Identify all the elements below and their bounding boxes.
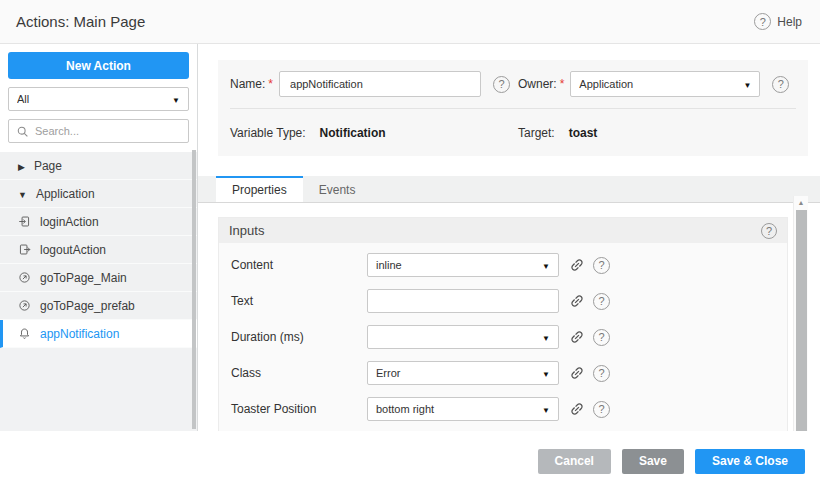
content-select[interactable]: inline (367, 253, 559, 277)
detail-tabs: PropertiesEvents (198, 176, 820, 203)
tree-item-gotopage-main[interactable]: goToPage_Main (0, 264, 197, 292)
bind-link-icon[interactable] (569, 293, 585, 309)
save-button[interactable]: Save (622, 449, 684, 474)
variable-type-value: Notification (320, 126, 386, 140)
dialog-header: Actions: Main Page Help (0, 0, 820, 44)
field-help-icon[interactable] (593, 401, 610, 418)
action-info-panel: Name: * Owner: * Application (218, 60, 808, 156)
tab-events[interactable]: Events (303, 176, 372, 202)
caret-right-icon (18, 159, 25, 173)
tree-item-logoutaction[interactable]: logoutAction (0, 236, 197, 264)
name-help-icon[interactable] (493, 76, 510, 93)
bind-link-icon[interactable] (569, 329, 585, 345)
action-filter-select[interactable]: All (8, 87, 189, 111)
field-value: Error (376, 367, 542, 379)
tree-item-label: goToPage_prefab (40, 299, 135, 313)
tree-item-application[interactable]: Application (0, 180, 197, 208)
search-icon (16, 125, 29, 138)
sidebar-controls: New Action All (0, 44, 197, 152)
goto-page-icon (18, 299, 31, 312)
name-owner-row: Name: * Owner: * Application (230, 60, 796, 108)
owner-select[interactable]: Application (570, 71, 760, 97)
chevron-down-icon (542, 259, 550, 271)
inputs-help-icon[interactable] (761, 223, 777, 239)
required-marker: * (268, 77, 273, 91)
form-row-class: ClassError (219, 355, 787, 391)
field-help-icon[interactable] (593, 257, 610, 274)
form-row-duration-ms: Duration (ms) (219, 319, 787, 355)
search-input[interactable] (35, 125, 181, 137)
tree-item-label: appNotification (40, 327, 119, 341)
field-value: inline (376, 259, 542, 271)
action-filter-value: All (17, 93, 172, 105)
class-select[interactable]: Error (367, 361, 559, 385)
bind-link-icon[interactable] (569, 365, 585, 381)
chevron-down-icon (542, 403, 550, 415)
actions-sidebar: New Action All PageApplicationloginActio… (0, 44, 198, 431)
actions-tree: PageApplicationloginActionlogoutActiongo… (0, 152, 197, 431)
properties-scrollbar[interactable] (793, 196, 808, 431)
help-label: Help (777, 15, 802, 29)
name-input[interactable] (279, 71, 481, 97)
owner-help-icon[interactable] (772, 76, 789, 93)
type-target-row: Variable Type: Notification Target: toas… (230, 108, 796, 156)
tree-item-gotopage-prefab[interactable]: goToPage_prefab (0, 292, 197, 320)
field-value: bottom right (376, 403, 542, 415)
target-value: toast (569, 126, 598, 140)
cancel-button[interactable]: Cancel (538, 449, 611, 474)
field-label: Text (231, 294, 367, 308)
owner-value: Application (579, 78, 743, 90)
search-box (8, 119, 189, 143)
variable-type-group: Variable Type: Notification (230, 126, 518, 140)
field-label: Duration (ms) (231, 330, 367, 344)
notification-icon (18, 327, 31, 340)
help-icon (754, 13, 771, 30)
help-link[interactable]: Help (754, 13, 802, 30)
field-help-icon[interactable] (593, 365, 610, 382)
new-action-button[interactable]: New Action (8, 52, 189, 79)
tab-properties[interactable]: Properties (216, 176, 303, 202)
inputs-section-title: Inputs (229, 223, 264, 238)
owner-label: Owner: (518, 77, 557, 91)
duration-ms-select[interactable] (367, 325, 559, 349)
tree-item-page[interactable]: Page (0, 152, 197, 180)
caret-down-icon (18, 187, 27, 201)
text-input[interactable] (367, 289, 559, 313)
name-field-group: Name: * (230, 71, 518, 97)
field-help-icon[interactable] (593, 329, 610, 346)
bind-link-icon[interactable] (569, 257, 585, 273)
required-marker: * (560, 77, 565, 91)
field-help-icon[interactable] (593, 293, 610, 310)
chevron-down-icon (542, 367, 550, 379)
form-row-text: Text (219, 283, 787, 319)
tree-item-label: Application (36, 187, 95, 201)
target-group: Target: toast (518, 126, 796, 140)
scroll-up-icon[interactable] (794, 196, 808, 208)
action-detail-panel: Name: * Owner: * Application (198, 44, 820, 431)
chevron-down-icon (542, 331, 550, 343)
name-label: Name: (230, 77, 265, 91)
login-icon (18, 215, 31, 228)
page-title: Actions: Main Page (16, 13, 145, 30)
variable-type-label: Variable Type: (230, 126, 306, 140)
save-close-button[interactable]: Save & Close (695, 449, 805, 474)
bind-link-icon[interactable] (569, 401, 585, 417)
tree-item-appnotification[interactable]: appNotification (0, 320, 197, 348)
field-label: Content (231, 258, 367, 272)
tree-item-loginaction[interactable]: loginAction (0, 208, 197, 236)
scrollbar-thumb[interactable] (796, 210, 807, 431)
actions-dialog: Actions: Main Page Help New Action All P… (0, 0, 820, 491)
tree-item-label: goToPage_Main (40, 271, 127, 285)
logout-icon (18, 243, 31, 256)
dialog-body: New Action All PageApplicationloginActio… (0, 44, 820, 431)
toaster-position-select[interactable]: bottom right (367, 397, 559, 421)
tree-item-label: Page (34, 159, 62, 173)
inputs-form: ContentinlineTextDuration (ms)ClassError… (219, 243, 787, 431)
sidebar-scrollbar[interactable] (192, 150, 196, 429)
properties-panel: Inputs ContentinlineTextDuration (ms)Cla… (218, 217, 788, 431)
goto-page-icon (18, 271, 31, 284)
tree-item-label: logoutAction (40, 243, 106, 257)
tree-item-label: loginAction (40, 215, 99, 229)
field-label: Toaster Position (231, 402, 367, 416)
form-row-content: Contentinline (219, 247, 787, 283)
